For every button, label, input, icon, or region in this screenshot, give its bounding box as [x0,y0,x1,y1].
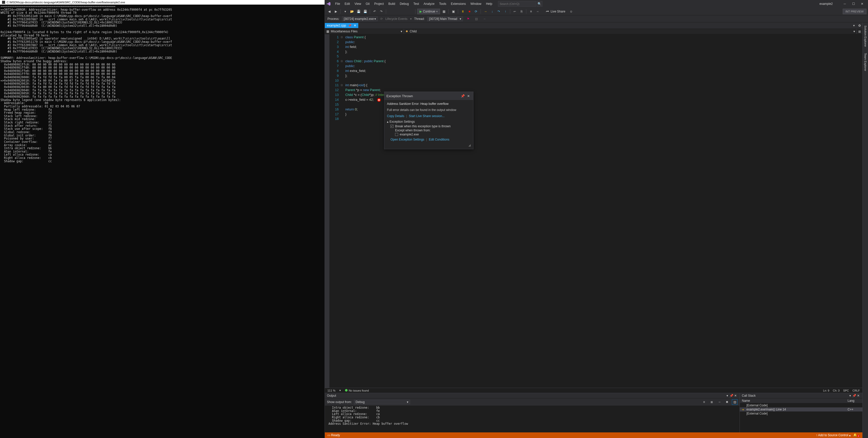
panel-pin-icon[interactable]: 📌 [729,394,734,398]
start-liveshare-link[interactable]: Start Live Share session... [409,114,444,118]
panel-pin-icon[interactable]: 📌 [852,394,856,398]
tabwell-dropdown-icon[interactable]: ▾ [851,23,857,28]
panel-close-icon[interactable]: ✕ [856,394,860,398]
menu-project[interactable]: Project [372,1,385,7]
feedback-icon[interactable]: ☺ [568,9,574,14]
stop-debug-icon[interactable]: ■ [467,9,472,14]
team-explorer-tab[interactable]: Team Explorer [863,52,867,73]
nav-back-icon[interactable]: ◀ [327,9,332,14]
nav-fwd-icon[interactable]: ▶ [333,9,339,14]
tb-icon-6[interactable]: ⎓ [535,9,540,14]
menu-analyze[interactable]: Analyze [422,1,437,7]
new-item-icon[interactable]: ▾ [342,9,348,14]
menu-test[interactable]: Test [411,1,421,7]
vs-titlebar: FileEditViewGitProjectBuildDebugTestAnal… [325,0,868,8]
redo-icon[interactable]: ↷ [378,9,384,14]
exception-settings-toggle[interactable]: ▴ Exception Settings [387,120,471,124]
tb-icon-4[interactable]: ⎘ [519,9,524,14]
menu-build[interactable]: Build [386,1,397,7]
split-editor-icon[interactable]: ⊞ [857,29,862,34]
menu-edit[interactable]: Edit [343,1,352,7]
menu-help[interactable]: Help [484,1,494,7]
undo-icon[interactable]: ↶ [372,9,377,14]
output-text[interactable]: Intra object redzone: bb ASan internal: … [325,406,740,432]
output-tb-2[interactable]: ≣ [709,399,715,405]
tb-icon-3[interactable]: ⤺ [512,9,518,14]
save-all-icon[interactable]: 💾 [362,9,368,14]
edit-conditions-link[interactable]: Edit Conditions [429,138,450,141]
pin-popup-icon[interactable]: 📌 [460,93,466,99]
callstack-row[interactable]: ➜example2.exe!main() Line 14C++ [740,407,862,411]
code-editor[interactable]: 123456789101112131415161718 ⊟ ⊟ ⊟ class … [325,34,862,388]
output-tb-4[interactable]: ✖ [724,399,730,405]
tab-example2-cpp[interactable]: example2.cpp 📌 ✕ [325,23,358,28]
lifecycle-label[interactable]: Lifecycle Events [385,17,408,21]
flag-icon[interactable]: ⚑ [466,16,471,22]
menu-window[interactable]: Window [468,1,484,7]
indent-indicator[interactable]: SPC [843,389,849,392]
menu-git[interactable]: Git [364,1,372,7]
step-out-icon[interactable]: ↑ [502,9,508,14]
callstack-col-lang[interactable]: Lang [847,399,860,403]
close-popup-icon[interactable]: ✕ [466,93,471,99]
copy-details-link[interactable]: Copy Details [387,114,404,118]
callstack-row[interactable]: [External Code] [740,411,862,415]
tb-icon-7[interactable]: ⎓ [482,16,488,22]
console-titlebar[interactable]: C:\MSDN\cpp-docs-pr\docs\c-language\ASAN… [0,0,324,5]
menu-debug[interactable]: Debug [398,1,411,7]
menu-view[interactable]: View [352,1,363,7]
fold-margin[interactable]: ⊟ ⊟ ⊟ [341,34,344,388]
lineending-indicator[interactable]: CRLF [852,389,860,392]
panel-dropdown-icon[interactable]: ▾ [848,394,852,398]
col-indicator[interactable]: Ch: 3 [833,389,839,392]
save-icon[interactable]: 💾 [356,9,361,14]
live-share-button[interactable]: ⮫ Live Share [544,9,567,14]
output-source-dropdown[interactable]: Debug▾ [354,400,410,404]
open-exception-settings-link[interactable]: Open Exception Settings [391,138,424,141]
show-next-icon[interactable]: → [483,9,488,14]
pin-icon[interactable]: 📌 [348,24,352,27]
callstack-col-name[interactable]: Name [742,399,847,403]
solution-explorer-tab[interactable]: Solution Explorer [863,24,867,48]
close-button[interactable]: ✕ [858,1,866,7]
output-tb-1[interactable]: ≡ [701,399,707,405]
stack-frame-icon[interactable]: ▤ [474,16,479,22]
search-input[interactable] [498,1,536,7]
menu-extensions[interactable]: Extensions [449,1,468,7]
restart-icon[interactable]: ⟳ [473,9,479,14]
nav-scope-dropdown[interactable]: ▦ Miscellaneous Files ▾ [325,29,404,34]
panel-close-icon[interactable]: ✕ [734,394,738,398]
open-icon[interactable]: 📂 [349,9,355,14]
break-all-icon[interactable]: ⏸ [460,9,466,14]
except-checkbox[interactable] [395,133,398,136]
callstack-row[interactable]: [External Code] [740,403,862,407]
break-checkbox[interactable] [391,125,394,128]
console-output[interactable]: ========================================… [0,5,324,438]
issues-text[interactable]: No issues found [348,389,369,392]
search-button[interactable]: 🔍 [537,1,542,7]
thread-dropdown[interactable]: [30728] Main Thread▾ [427,16,463,21]
line-indicator[interactable]: Ln: 9 [823,389,829,392]
panel-dropdown-icon[interactable]: ▾ [725,394,729,398]
minimize-button[interactable]: ─ [840,1,849,7]
step-over-icon[interactable]: ↷ [496,9,501,14]
tb-icon-2[interactable]: ▣ [451,9,456,14]
process-dropdown[interactable]: [30724] example2.exe▾ [342,16,378,21]
add-source-control[interactable]: ↑ Add to Source Control ▴ [816,433,850,437]
output-tb-3[interactable]: ⎓ [717,399,722,405]
menu-file[interactable]: File [333,1,342,7]
notifications-icon[interactable]: 🔔2 [853,433,860,437]
tabwell-settings-icon[interactable]: ✿ [857,23,862,28]
menu-tools[interactable]: Tools [437,1,448,7]
nav-member-dropdown[interactable]: ✸ Child ▾ [404,29,857,34]
breakpoint-margin[interactable] [325,34,330,388]
code-content[interactable]: class Parent { public: int field; }; cla… [344,34,862,388]
tb-icon-1[interactable]: ▦ [441,9,447,14]
continue-button[interactable]: ▶ Continue ▾ [417,9,440,14]
tb-icon-5[interactable]: ≡ [528,9,534,14]
maximize-button[interactable]: ☐ [849,1,858,7]
step-into-icon[interactable]: ↓ [489,9,495,14]
output-tb-5[interactable]: ▤ [732,399,738,405]
zoom-level[interactable]: 111 % [328,389,335,392]
close-tab-icon[interactable]: ✕ [354,24,356,27]
